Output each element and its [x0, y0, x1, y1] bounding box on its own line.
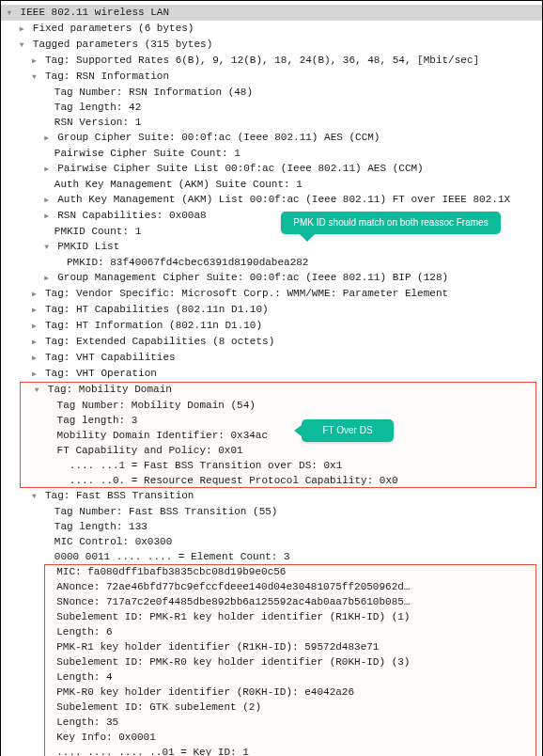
rsn-version: RSN Version: 1	[1, 115, 542, 130]
callout-text: PMK ID should match on both reassoc Fram…	[293, 217, 488, 228]
tag-vht-op[interactable]: Tag: VHT Operation	[1, 366, 542, 382]
tag-fast-bss[interactable]: Tag: Fast BSS Transition	[1, 488, 542, 504]
tag-supported-rates[interactable]: Tag: Supported Rates 6(B), 9, 12(B), 18,…	[1, 53, 542, 69]
rsn-pmkid-list[interactable]: PMKID List	[1, 239, 542, 255]
md-tag-number: Tag Number: Mobility Domain (54)	[20, 398, 536, 413]
md-tag-length: Tag length: 3	[20, 413, 536, 428]
chevron-right-icon[interactable]	[42, 208, 52, 224]
chevron-right-icon[interactable]	[29, 350, 39, 366]
md-ft-cap: FT Capability and Policy: 0x01	[20, 443, 536, 458]
chevron-right-icon[interactable]	[29, 334, 39, 350]
chevron-right-icon[interactable]	[29, 366, 39, 382]
fbt-sub-r1kh: Subelement ID: PMK-R1 key holder identif…	[44, 609, 536, 624]
chevron-right-icon[interactable]	[42, 270, 52, 286]
rsn-akm-count: Auth Key Management (AKM) Suite Count: 1	[1, 177, 542, 192]
rsn-pairwise-list[interactable]: Pairwise Cipher Suite List 00:0f:ac (Iee…	[1, 161, 542, 177]
fbt-mic-control: MIC Control: 0x0300	[1, 534, 542, 549]
fbt-r0kh: PMK-R0 key holder identifier (R0KH-ID): …	[44, 685, 536, 700]
tag-rsn[interactable]: Tag: RSN Information	[1, 69, 542, 85]
fbt-tag-number: Tag Number: Fast BSS Transition (55)	[1, 504, 542, 519]
rsn-tag-number: Tag Number: RSN Information (48)	[1, 85, 542, 100]
chevron-right-icon[interactable]	[42, 192, 52, 208]
fbt-len3: Length: 35	[44, 715, 536, 730]
chevron-right-icon[interactable]	[17, 21, 26, 37]
tag-ext-cap[interactable]: Tag: Extended Capabilities (8 octets)	[1, 334, 542, 350]
chevron-down-icon[interactable]	[29, 488, 39, 504]
fbt-mic: MIC: fa080dff1bafb3835cbc08d19b9e0c56	[44, 564, 536, 579]
chevron-right-icon[interactable]	[29, 302, 39, 318]
chevron-down-icon[interactable]	[32, 382, 41, 398]
fixed-params[interactable]: Fixed parameters (6 bytes)	[1, 21, 542, 37]
header-text: IEEE 802.11 wireless LAN	[21, 7, 169, 18]
tag-vendor[interactable]: Tag: Vendor Specific: Microsoft Corp.: W…	[1, 286, 542, 302]
tagged-params[interactable]: Tagged parameters (315 bytes)	[1, 37, 542, 53]
chevron-down-icon[interactable]	[29, 69, 39, 85]
chevron-right-icon[interactable]	[29, 318, 39, 334]
chevron-right-icon[interactable]	[42, 161, 52, 177]
fbt-key-info: Key Info: 0x0001	[44, 730, 536, 745]
fbt-anonce: ANonce: 72ae46bfd77bc9efccfdeee140d04e30…	[44, 579, 536, 594]
protocol-header[interactable]: IEEE 802.11 wireless LAN	[1, 5, 542, 21]
fbt-sub-gtk: Subelement ID: GTK subelement (2)	[44, 700, 536, 715]
tag-ht-cap[interactable]: Tag: HT Capabilities (802.11n D1.10)	[1, 302, 542, 318]
fbt-element-count: 0000 0011 .... .... = Element Count: 3	[1, 549, 542, 564]
rsn-pairwise-count: Pairwise Cipher Suite Count: 1	[1, 146, 542, 161]
md-identifier: Mobility Domain Identifier: 0x34ac	[20, 428, 536, 443]
callout-tail-icon	[300, 234, 315, 242]
tag-ht-info[interactable]: Tag: HT Information (802.11n D1.10)	[1, 318, 542, 334]
md-bit-rrp: .... ..0. = Resource Request Protocol Ca…	[20, 473, 536, 488]
chevron-down-icon[interactable]	[17, 37, 26, 53]
rsn-gcs[interactable]: Group Cipher Suite: 00:0f:ac (Ieee 802.1…	[1, 130, 542, 146]
fbt-r1kh: PMK-R1 key holder identifier (R1KH-ID): …	[44, 639, 536, 654]
fbt-len1: Length: 6	[44, 624, 536, 639]
tag-vht-cap[interactable]: Tag: VHT Capabilities	[1, 350, 542, 366]
callout-tail-icon	[294, 425, 302, 436]
rsn-pmkid-value: PMKID: 83f40067fd4cbec6391d8190dabea282	[1, 255, 542, 270]
packet-tree: IEEE 802.11 wireless LAN Fixed parameter…	[0, 0, 543, 756]
rsn-gmcs[interactable]: Group Management Cipher Suite: 00:0f:ac …	[1, 270, 542, 286]
fbt-tag-length: Tag length: 133	[1, 519, 542, 534]
chevron-right-icon[interactable]	[42, 130, 52, 146]
callout-ft-over-ds: FT Over DS	[302, 419, 394, 442]
fbt-len2: Length: 4	[44, 669, 536, 685]
fbt-key-id: .... .... .... ..01 = Key ID: 1	[44, 745, 536, 756]
fbt-snonce: SNonce: 717a7c2e0f4485dbe892bb6a125592ac…	[44, 594, 536, 609]
chevron-down-icon[interactable]	[5, 5, 14, 21]
rsn-tag-length: Tag length: 42	[1, 100, 542, 115]
tag-mobility-domain[interactable]: Tag: Mobility Domain	[20, 382, 536, 398]
callout-pmkid: PMK ID should match on both reassoc Fram…	[281, 212, 501, 234]
rsn-akm-list[interactable]: Auth Key Management (AKM) List 00:0f:ac …	[1, 192, 542, 208]
fbt-sub-r0kh: Subelement ID: PMK-R0 key holder identif…	[44, 654, 536, 669]
chevron-right-icon[interactable]	[29, 286, 39, 302]
chevron-right-icon[interactable]	[29, 53, 39, 69]
md-bit-ftds: .... ...1 = Fast BSS Transition over DS:…	[20, 458, 536, 473]
chevron-down-icon[interactable]	[42, 239, 52, 255]
callout-text: FT Over DS	[322, 425, 372, 435]
